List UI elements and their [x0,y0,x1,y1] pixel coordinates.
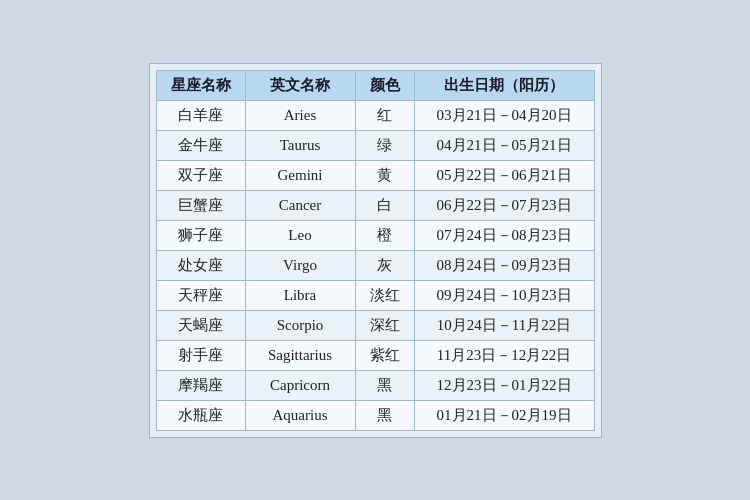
cell-english: Virgo [245,250,355,280]
cell-chinese: 处女座 [156,250,245,280]
table-row: 射手座Sagittarius紫红11月23日－12月22日 [156,340,594,370]
cell-chinese: 狮子座 [156,220,245,250]
cell-date: 09月24日－10月23日 [414,280,594,310]
cell-english: Libra [245,280,355,310]
cell-color: 红 [355,100,414,130]
cell-english: Gemini [245,160,355,190]
cell-date: 04月21日－05月21日 [414,130,594,160]
cell-english: Cancer [245,190,355,220]
cell-date: 05月22日－06月21日 [414,160,594,190]
cell-chinese: 双子座 [156,160,245,190]
cell-english: Capricorn [245,370,355,400]
cell-chinese: 天秤座 [156,280,245,310]
zodiac-table-container: 星座名称 英文名称 颜色 出生日期（阳历） 白羊座Aries红03月21日－04… [149,63,602,438]
cell-english: Aries [245,100,355,130]
cell-date: 11月23日－12月22日 [414,340,594,370]
cell-english: Sagittarius [245,340,355,370]
cell-color: 灰 [355,250,414,280]
cell-color: 黑 [355,400,414,430]
table-row: 金牛座Taurus绿04月21日－05月21日 [156,130,594,160]
cell-english: Taurus [245,130,355,160]
cell-date: 08月24日－09月23日 [414,250,594,280]
cell-chinese: 白羊座 [156,100,245,130]
table-row: 白羊座Aries红03月21日－04月20日 [156,100,594,130]
cell-color: 紫红 [355,340,414,370]
cell-chinese: 天蝎座 [156,310,245,340]
cell-color: 绿 [355,130,414,160]
table-row: 摩羯座Capricorn黑12月23日－01月22日 [156,370,594,400]
cell-date: 03月21日－04月20日 [414,100,594,130]
table-row: 处女座Virgo灰08月24日－09月23日 [156,250,594,280]
cell-color: 橙 [355,220,414,250]
cell-chinese: 金牛座 [156,130,245,160]
cell-color: 淡红 [355,280,414,310]
zodiac-table: 星座名称 英文名称 颜色 出生日期（阳历） 白羊座Aries红03月21日－04… [156,70,595,431]
cell-color: 黑 [355,370,414,400]
cell-chinese: 巨蟹座 [156,190,245,220]
cell-chinese: 摩羯座 [156,370,245,400]
cell-english: Aquarius [245,400,355,430]
header-date: 出生日期（阳历） [414,70,594,100]
table-row: 水瓶座Aquarius黑01月21日－02月19日 [156,400,594,430]
table-row: 双子座Gemini黄05月22日－06月21日 [156,160,594,190]
cell-color: 白 [355,190,414,220]
table-header-row: 星座名称 英文名称 颜色 出生日期（阳历） [156,70,594,100]
cell-date: 07月24日－08月23日 [414,220,594,250]
cell-color: 黄 [355,160,414,190]
cell-chinese: 水瓶座 [156,400,245,430]
cell-english: Leo [245,220,355,250]
cell-color: 深红 [355,310,414,340]
cell-date: 10月24日－11月22日 [414,310,594,340]
table-row: 天蝎座Scorpio深红10月24日－11月22日 [156,310,594,340]
table-row: 天秤座Libra淡红09月24日－10月23日 [156,280,594,310]
header-color: 颜色 [355,70,414,100]
header-english: 英文名称 [245,70,355,100]
table-row: 狮子座Leo橙07月24日－08月23日 [156,220,594,250]
cell-english: Scorpio [245,310,355,340]
cell-date: 01月21日－02月19日 [414,400,594,430]
header-chinese: 星座名称 [156,70,245,100]
cell-chinese: 射手座 [156,340,245,370]
table-row: 巨蟹座Cancer白06月22日－07月23日 [156,190,594,220]
cell-date: 06月22日－07月23日 [414,190,594,220]
cell-date: 12月23日－01月22日 [414,370,594,400]
